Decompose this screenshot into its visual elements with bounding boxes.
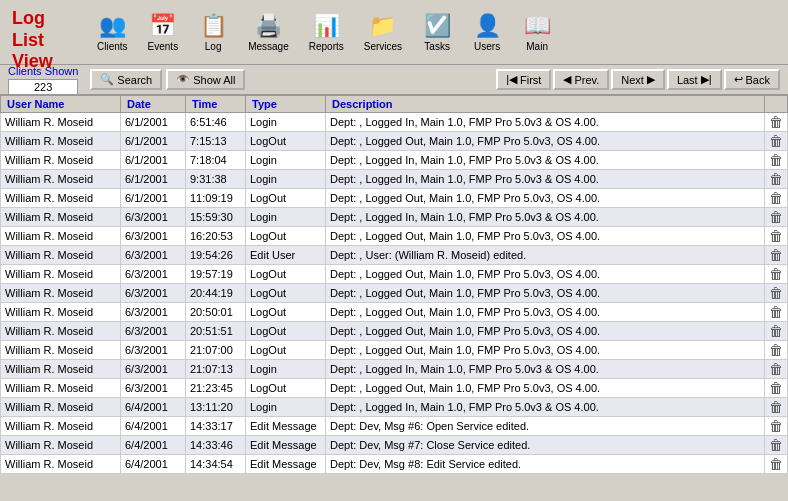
delete-icon[interactable]: 🗑 xyxy=(769,361,783,377)
time-cell: 7:18:04 xyxy=(186,151,246,170)
date-cell: 6/3/2001 xyxy=(121,227,186,246)
desc-cell: Dept: , Logged In, Main 1.0, FMP Pro 5.0… xyxy=(326,208,765,227)
table-row: William R. Moseid6/1/20017:15:13LogOutDe… xyxy=(1,132,788,151)
delete-cell[interactable]: 🗑 xyxy=(765,265,788,284)
username-cell: William R. Moseid xyxy=(1,417,121,436)
delete-cell[interactable]: 🗑 xyxy=(765,284,788,303)
delete-icon[interactable]: 🗑 xyxy=(769,171,783,187)
table-row: William R. Moseid6/1/200111:09:19LogOutD… xyxy=(1,189,788,208)
delete-icon[interactable]: 🗑 xyxy=(769,209,783,225)
nav-item-message[interactable]: 🖨️ Message xyxy=(239,8,298,57)
desc-cell: Dept: , Logged In, Main 1.0, FMP Pro 5.0… xyxy=(326,398,765,417)
table-row: William R. Moseid6/3/200120:44:19LogOutD… xyxy=(1,284,788,303)
date-cell: 6/1/2001 xyxy=(121,170,186,189)
time-cell: 21:07:00 xyxy=(186,341,246,360)
events-icon: 📅 xyxy=(149,13,176,39)
search-label: Search xyxy=(117,74,152,86)
nav-label-services: Services xyxy=(364,41,402,52)
back-button[interactable]: ↩ Back xyxy=(724,69,780,90)
users-icon: 👤 xyxy=(474,13,501,39)
nav-icons: 👥 Clients 📅 Events 📋 Log 🖨️ Message 📊 Re… xyxy=(80,0,788,64)
prev-button[interactable]: ◀ Prev. xyxy=(553,69,609,90)
nav-item-services[interactable]: 📁 Services xyxy=(355,8,411,57)
nav-label-events: Events xyxy=(148,41,179,52)
delete-icon[interactable]: 🗑 xyxy=(769,380,783,396)
first-button[interactable]: |◀ First xyxy=(496,69,551,90)
delete-cell[interactable]: 🗑 xyxy=(765,246,788,265)
delete-icon[interactable]: 🗑 xyxy=(769,342,783,358)
delete-icon[interactable]: 🗑 xyxy=(769,190,783,206)
nav-label-message: Message xyxy=(248,41,289,52)
delete-cell[interactable]: 🗑 xyxy=(765,227,788,246)
nav-item-clients[interactable]: 👥 Clients xyxy=(88,8,137,57)
delete-icon[interactable]: 🗑 xyxy=(769,285,783,301)
back-label: Back xyxy=(746,74,770,86)
delete-cell[interactable]: 🗑 xyxy=(765,208,788,227)
time-cell: 21:23:45 xyxy=(186,379,246,398)
nav-item-tasks[interactable]: ☑️ Tasks xyxy=(413,8,461,57)
nav-label-clients: Clients xyxy=(97,41,128,52)
delete-icon[interactable]: 🗑 xyxy=(769,437,783,453)
delete-cell[interactable]: 🗑 xyxy=(765,360,788,379)
first-label: First xyxy=(520,74,541,86)
delete-cell[interactable]: 🗑 xyxy=(765,417,788,436)
time-cell: 19:57:19 xyxy=(186,265,246,284)
desc-cell: Dept: , Logged In, Main 1.0, FMP Pro 5.0… xyxy=(326,113,765,132)
type-cell: Login xyxy=(246,360,326,379)
delete-cell[interactable]: 🗑 xyxy=(765,379,788,398)
delete-cell[interactable]: 🗑 xyxy=(765,113,788,132)
username-cell: William R. Moseid xyxy=(1,455,121,474)
delete-icon[interactable]: 🗑 xyxy=(769,456,783,472)
username-cell: William R. Moseid xyxy=(1,284,121,303)
delete-cell[interactable]: 🗑 xyxy=(765,341,788,360)
delete-cell[interactable]: 🗑 xyxy=(765,151,788,170)
delete-icon[interactable]: 🗑 xyxy=(769,418,783,434)
show-all-button[interactable]: 👁️ Show All xyxy=(166,69,245,90)
delete-icon[interactable]: 🗑 xyxy=(769,323,783,339)
delete-cell[interactable]: 🗑 xyxy=(765,455,788,474)
delete-icon[interactable]: 🗑 xyxy=(769,266,783,282)
desc-cell: Dept: , Logged Out, Main 1.0, FMP Pro 5.… xyxy=(326,132,765,151)
col-header-type: Type xyxy=(246,96,326,113)
desc-cell: Dept: , User: (William R. Moseid) edited… xyxy=(326,246,765,265)
date-cell: 6/3/2001 xyxy=(121,379,186,398)
type-cell: LogOut xyxy=(246,189,326,208)
prev-label: Prev. xyxy=(574,74,599,86)
desc-cell: Dept: , Logged Out, Main 1.0, FMP Pro 5.… xyxy=(326,322,765,341)
delete-cell[interactable]: 🗑 xyxy=(765,436,788,455)
desc-cell: Dept: Dev, Msg #6: Open Service edited. xyxy=(326,417,765,436)
table-row: William R. Moseid6/1/20019:31:38LoginDep… xyxy=(1,170,788,189)
search-icon: 🔍 xyxy=(100,73,114,86)
desc-cell: Dept: , Logged Out, Main 1.0, FMP Pro 5.… xyxy=(326,265,765,284)
message-icon: 🖨️ xyxy=(255,13,282,39)
time-cell: 7:15:13 xyxy=(186,132,246,151)
nav-item-events[interactable]: 📅 Events xyxy=(139,8,188,57)
table-row: William R. Moseid6/3/200120:50:01LogOutD… xyxy=(1,303,788,322)
search-button[interactable]: 🔍 Search xyxy=(90,69,162,90)
delete-cell[interactable]: 🗑 xyxy=(765,322,788,341)
col-header-username: User Name xyxy=(1,96,121,113)
nav-item-main[interactable]: 📖 Main xyxy=(513,8,561,57)
delete-cell[interactable]: 🗑 xyxy=(765,170,788,189)
nav-item-users[interactable]: 👤 Users xyxy=(463,8,511,57)
delete-cell[interactable]: 🗑 xyxy=(765,189,788,208)
nav-label-reports: Reports xyxy=(309,41,344,52)
nav-item-log[interactable]: 📋 Log xyxy=(189,8,237,57)
table-row: William R. Moseid6/3/200121:07:13LoginDe… xyxy=(1,360,788,379)
delete-icon[interactable]: 🗑 xyxy=(769,114,783,130)
delete-icon[interactable]: 🗑 xyxy=(769,247,783,263)
nav-item-reports[interactable]: 📊 Reports xyxy=(300,8,353,57)
delete-cell[interactable]: 🗑 xyxy=(765,398,788,417)
type-cell: LogOut xyxy=(246,303,326,322)
delete-icon[interactable]: 🗑 xyxy=(769,228,783,244)
last-button[interactable]: Last ▶| xyxy=(667,69,722,90)
time-cell: 9:31:38 xyxy=(186,170,246,189)
next-button[interactable]: Next ▶ xyxy=(611,69,665,90)
username-cell: William R. Moseid xyxy=(1,189,121,208)
delete-icon[interactable]: 🗑 xyxy=(769,304,783,320)
delete-icon[interactable]: 🗑 xyxy=(769,133,783,149)
delete-cell[interactable]: 🗑 xyxy=(765,303,788,322)
delete-icon[interactable]: 🗑 xyxy=(769,399,783,415)
delete-cell[interactable]: 🗑 xyxy=(765,132,788,151)
delete-icon[interactable]: 🗑 xyxy=(769,152,783,168)
